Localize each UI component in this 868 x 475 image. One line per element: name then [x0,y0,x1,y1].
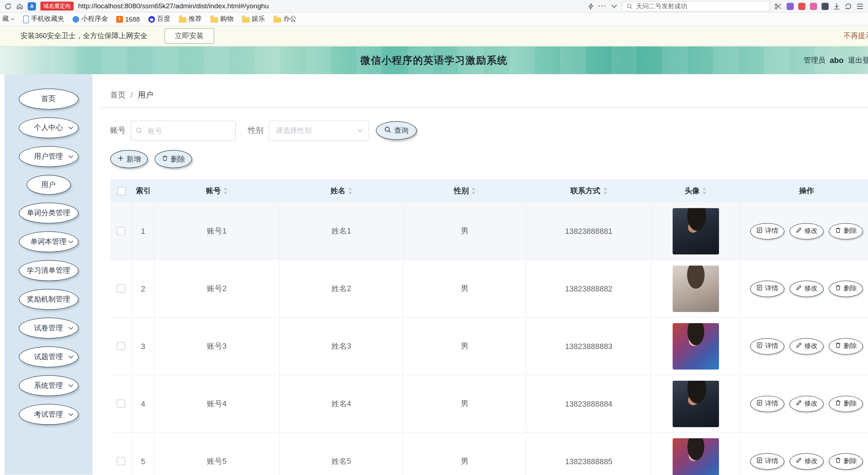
delete-row-button[interactable]: 删除 [829,338,863,354]
sort-icon[interactable] [471,187,476,195]
row-checkbox[interactable] [117,342,125,350]
row-checkbox[interactable] [117,284,125,293]
column-header-name[interactable]: 姓名 [279,179,403,203]
bookmark-entertainment[interactable]: 娱乐 [242,14,265,24]
edit-button[interactable]: 修改 [790,280,824,297]
search-icon [627,3,633,9]
collapse-chevron-icon[interactable] [611,4,617,8]
detail-button[interactable]: 详情 [750,280,784,297]
sidebar-item-user[interactable]: 用户 [26,175,71,195]
extension-icon[interactable] [798,3,805,10]
column-header-account[interactable]: 账号 [154,179,279,203]
sort-icon[interactable] [702,187,707,195]
lightning-icon[interactable] [588,3,594,10]
address-bar-url[interactable]: http://localhost:8080/ssm65k27/admin/dis… [78,2,269,10]
history-icon[interactable] [845,3,852,10]
edit-button[interactable]: 修改 [790,395,824,412]
install-now-button[interactable]: 立即安装 [164,28,214,44]
sidebar-item-question-management[interactable]: 试题管理 [19,347,78,367]
detail-button[interactable]: 详情 [750,223,784,239]
select-all-checkbox[interactable] [117,187,125,195]
document-icon [756,227,763,235]
detail-button[interactable]: 详情 [750,453,784,470]
more-options-icon[interactable]: ··· [598,2,607,10]
delete-row-button[interactable]: 删除 [829,395,863,412]
sidebar-item-personal-center[interactable]: 个人中心 [19,117,78,138]
sidebar-item-reward-mechanism-management[interactable]: 奖励机制管理 [19,289,78,310]
breadcrumb-home[interactable]: 首页 [110,90,126,100]
sort-icon[interactable] [223,187,228,195]
download-icon[interactable] [833,3,840,10]
edit-button[interactable]: 修改 [790,453,824,470]
detail-button[interactable]: 详情 [750,338,784,354]
delete-button[interactable]: 删除 [154,150,192,168]
home-icon[interactable] [16,3,23,10]
account-input[interactable] [131,121,236,140]
bookmark-shopping[interactable]: 购物 [210,14,234,24]
sidebar-item-word-category-management[interactable]: 单词分类管理 [19,203,78,223]
sort-icon[interactable] [348,187,353,195]
sidebar-item-label: 首页 [41,94,56,104]
bookmark-mini-program[interactable]: 小程序金 [72,14,108,24]
sort-icon[interactable] [603,187,608,195]
sidebar-item-exam-management[interactable]: 考试管理 [19,404,78,425]
gender-select[interactable]: 请选择性别 [269,121,369,140]
column-header-op[interactable]: 操作 [740,179,868,203]
domain-redirect-badge[interactable]: 域名重定向 [40,2,73,11]
page-title: 微信小程序的英语学习激励系统 [0,54,868,67]
bookmark-label: 推荐 [189,14,202,24]
sidebar-item-paper-management[interactable]: 试卷管理 [19,318,78,339]
trash-icon [835,457,841,465]
bookmark-label: 1688 [125,15,140,23]
row-actions-cell: 详情 修改 删除 [740,375,868,432]
cell-gender: 男 [404,318,526,375]
table-row: 5 账号5 姓名5 男 13823888885 详情 修改 删除 [110,433,868,475]
column-header-index[interactable]: 索引 [132,179,154,203]
logout-link[interactable]: 退出登录 [848,55,868,65]
add-button[interactable]: 新增 [110,150,148,168]
avatar-portrait-male-dark [672,208,719,254]
extension-icon[interactable] [787,3,794,10]
sidebar-item-label: 个人中心 [34,123,63,133]
document-icon [756,457,763,465]
browser-search-text: 天问二号发射成功 [636,2,687,10]
query-button[interactable]: 查询 [376,121,417,140]
row-checkbox[interactable] [117,457,125,465]
app-icon[interactable]: A [28,2,36,10]
sidebar-item-system-management[interactable]: 系统管理 [19,375,78,396]
column-header-gender[interactable]: 性别 [404,179,526,203]
extension-icon[interactable] [810,3,817,10]
edit-button[interactable]: 修改 [790,338,824,354]
detail-button[interactable]: 详情 [750,395,784,412]
sidebar-item-study-list-management[interactable]: 学习清单管理 [19,260,78,281]
extension-icon[interactable] [822,3,829,10]
delete-row-button[interactable]: 删除 [829,280,863,297]
sidebar-item-home[interactable]: 首页 [19,89,78,109]
notice-bar: 安装360安全卫士，全方位保障上网安全 立即安装 不再提示 [0,26,868,46]
favorites-menu[interactable]: 藏 [2,14,15,24]
sidebar-item-wordbook-management[interactable]: 单词本管理 [19,231,78,252]
column-header-phone[interactable]: 联系方式 [526,179,651,203]
cell-gender: 男 [404,203,526,259]
scissors-icon[interactable] [774,3,782,10]
bookmark-recommend[interactable]: 推荐 [179,14,202,24]
reload-icon[interactable] [4,3,12,10]
dismiss-link[interactable]: 不再提示 [844,31,868,41]
delete-row-button[interactable]: 删除 [829,453,863,470]
edit-button[interactable]: 修改 [790,223,824,239]
row-checkbox[interactable] [117,227,125,235]
bookmark-office[interactable]: 办公 [273,14,297,24]
browser-search-box[interactable]: 天问二号发射成功 [622,1,770,11]
cell-account: 账号5 [154,433,279,475]
delete-row-button[interactable]: 删除 [829,223,863,239]
column-header-avatar[interactable]: 头像 [652,179,740,203]
breadcrumb: 首页 / 用户 [101,74,868,108]
sidebar-item-user-management[interactable]: 用户管理 [19,146,78,167]
sidebar-item-label: 试卷管理 [34,323,63,333]
bookmark-alibaba-1688[interactable]: 1 1688 [116,15,140,23]
bookmark-phone-favorites[interactable]: 手机收藏夹 [23,14,64,24]
table-header-row: 索引 账号 姓名 性别 联系方式 头像 操作 [110,179,868,203]
menu-icon[interactable] [856,3,864,9]
row-checkbox[interactable] [117,399,125,408]
bookmark-baidu[interactable]: 百度 [148,14,171,24]
